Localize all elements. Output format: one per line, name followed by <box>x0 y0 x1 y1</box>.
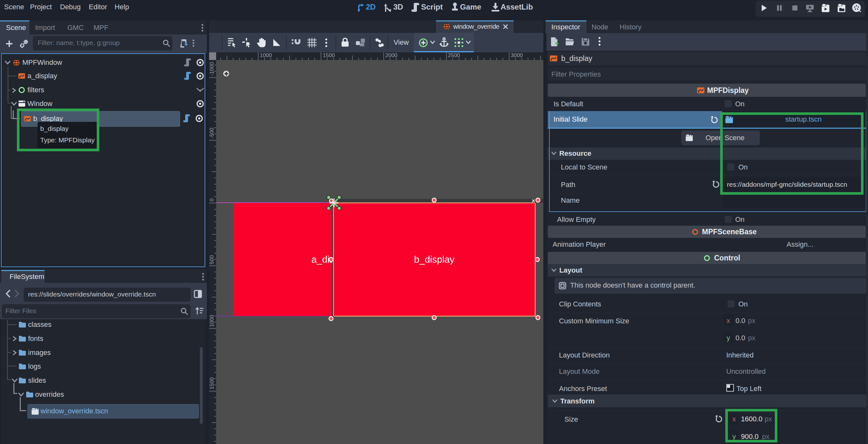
svg-text:500: 500 <box>209 255 215 264</box>
svg-text:2000: 2000 <box>385 52 398 58</box>
svg-text:1500: 1500 <box>323 52 335 58</box>
svg-text:0: 0 <box>209 198 215 201</box>
svg-text:1500: 1500 <box>209 377 215 389</box>
svg-text:1000: 1000 <box>209 315 215 327</box>
svg-text:-1000: -1000 <box>209 62 215 76</box>
svg-text:1000: 1000 <box>260 52 272 58</box>
svg-text:2500: 2500 <box>448 52 460 58</box>
svg-text:-500: -500 <box>209 128 215 138</box>
svg-text:3000: 3000 <box>511 52 523 58</box>
